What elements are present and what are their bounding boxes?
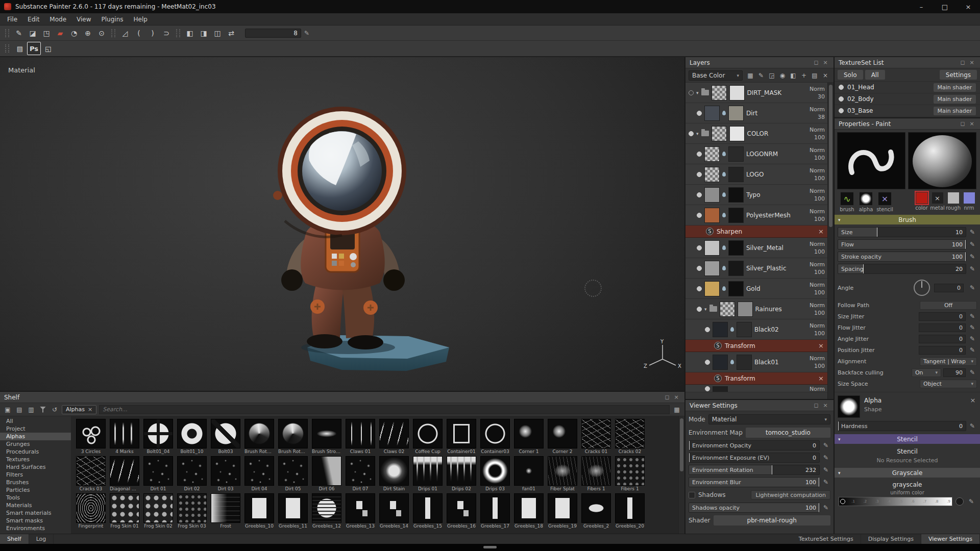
stencil-section-header[interactable]: ▾ Stencil (835, 434, 980, 444)
link-shelf-icon[interactable]: ▥ (27, 405, 36, 414)
shelf-item-drips-03[interactable]: Drips 03 (480, 456, 510, 491)
visibility-toggle[interactable] (697, 266, 702, 271)
edit-expression-icon[interactable]: ✎ (823, 479, 828, 486)
remove-effect-icon[interactable]: × (818, 228, 824, 235)
layer-row-logo[interactable]: LOGONorm100 (685, 164, 827, 185)
view-2d-icon[interactable]: ◨ (197, 27, 210, 39)
panel-close-icon[interactable]: × (672, 394, 680, 400)
shadows-checkbox[interactable] (689, 492, 695, 498)
edit-expression-icon[interactable]: ✎ (970, 241, 975, 248)
channel-color[interactable]: color (914, 192, 929, 211)
flow-jitter-field[interactable]: 0 (919, 323, 966, 332)
shelf-category-grunges[interactable]: Grunges (0, 440, 71, 448)
slider-row-environment-opacity[interactable]: Environment Opacity0✎ (689, 440, 830, 450)
expand-icon[interactable]: ▾ (696, 90, 699, 95)
shelf-category-materials[interactable]: Materials (0, 502, 71, 509)
slider-track[interactable]: Hardness0 (838, 421, 966, 431)
search-input[interactable] (99, 405, 670, 414)
shelf-item-frog-skin-01[interactable]: Frog Skin 01 (110, 493, 139, 529)
edit-expression-icon[interactable]: ✎ (969, 498, 974, 505)
panel-close-icon[interactable]: × (821, 59, 829, 66)
shelf-category-hard-surfaces[interactable]: Hard Surfaces (0, 463, 71, 471)
shelf-item-claws-01[interactable]: Claws 01 (346, 419, 375, 454)
shelf-item-brush-rotat[interactable]: Brush Rotat... (244, 419, 274, 454)
shelf-item-diagonal-dri[interactable]: Diagonal Dri... (110, 456, 139, 491)
shelf-item-dirt-04[interactable]: Dirt 04 (244, 456, 274, 491)
shelf-item-greebles-10[interactable]: Greebles_10 (244, 493, 274, 529)
layer-row-cut[interactable]: Norm (685, 385, 827, 392)
toolbar-drag-handle[interactable] (111, 29, 115, 37)
shelf-category-environments[interactable]: Environments (0, 524, 71, 532)
shelf-category-procedurals[interactable]: Procedurals (0, 448, 71, 456)
angle-value-field[interactable]: 0 (934, 284, 964, 292)
panel-menu-icon[interactable]: ◻ (959, 59, 967, 66)
channel-nrm[interactable]: nrm (961, 192, 977, 211)
menu-item-mode[interactable]: Mode (44, 16, 71, 23)
projection-tool-icon[interactable]: ◳ (40, 27, 53, 39)
symmetry-icon[interactable]: ⇄ (225, 27, 238, 39)
main-shader-button[interactable]: Main shader (934, 107, 976, 115)
alpha-slot[interactable]: alpha (856, 192, 875, 212)
edit-expression-icon[interactable]: ✎ (304, 30, 309, 37)
shelf-item-cracks-01[interactable]: Cracks 01 (581, 419, 611, 454)
shelf-item-dirt-03[interactable]: Dirt 03 (211, 456, 240, 491)
layer-effect-row[interactable]: SSharpen× (685, 226, 827, 238)
shelf-item-brush-rotat[interactable]: Brush Rotat... (278, 419, 308, 454)
brush-section-header[interactable]: ▾ Brush (835, 215, 980, 224)
edit-expression-icon[interactable]: ✎ (823, 504, 828, 511)
edit-expression-icon[interactable]: ✎ (970, 324, 975, 331)
shelf-item-brush-strok[interactable]: Brush Strok... (312, 419, 341, 454)
visibility-toggle[interactable] (697, 245, 702, 251)
shelf-category-textures[interactable]: Textures (0, 456, 71, 463)
textureset-visibility[interactable] (839, 96, 844, 102)
shelf-item-frog-skin-03[interactable]: Frog Skin 03 (177, 493, 207, 529)
layer-row-silver-plastic[interactable]: Silver_PlasticNorm100 (685, 258, 827, 279)
layer-row-typo[interactable]: TypoNorm100 (685, 185, 827, 205)
shelf-item-3-circles[interactable]: 3 Circles (76, 419, 106, 454)
fill-triangle-icon[interactable]: ◿ (118, 27, 132, 39)
shelf-item-coffee-cup[interactable]: Coffee Cup (413, 419, 443, 454)
shelf-item-greebles-20[interactable]: Greebles_20 (615, 493, 645, 529)
layer-row-black02[interactable]: Black02Norm100 (685, 319, 827, 340)
textureset-visibility[interactable] (839, 108, 844, 113)
slider-row-stroke-opacity[interactable]: Stroke opacity100✎ (838, 252, 977, 262)
shelf-item-claws-02[interactable]: Claws 02 (379, 419, 409, 454)
panel-tab-viewer-settings[interactable]: Viewer Settings (921, 534, 980, 544)
delete-layer-icon[interactable]: × (820, 70, 830, 81)
slider-row-environment-blur[interactable]: Environment Blur100✎ (689, 477, 830, 487)
add-fill-layer-icon[interactable]: ◧ (788, 70, 798, 81)
alpha-thumbnail[interactable] (838, 395, 860, 418)
layer-row-rainures[interactable]: ▾RainuresNorm100 (685, 299, 827, 319)
shelf-item-greebles-2[interactable]: Greebles_2 (581, 493, 611, 529)
slider-row-size[interactable]: Size10✎ (838, 227, 977, 237)
shelf-item-fibers-1[interactable]: Fibers 1 (615, 456, 645, 491)
material-sphere-preview[interactable] (908, 132, 976, 189)
gradient-handle[interactable] (840, 499, 845, 504)
clone-tool-icon[interactable]: ⊕ (81, 27, 94, 39)
shelf-category-all[interactable]: All (0, 417, 71, 425)
shelf-item-greebles-19[interactable]: Greebles_19 (548, 493, 577, 529)
shelf-category-tools[interactable]: Tools (0, 494, 71, 502)
panel-menu-icon[interactable]: ◻ (812, 402, 820, 409)
shelf-item-corner-1[interactable]: Corner 1 (514, 419, 544, 454)
slider-row-environment-exposure-ev[interactable]: Environment Exposure (EV)0✎ (689, 453, 830, 463)
slider-track[interactable]: Spacing20 (838, 264, 966, 274)
alpha-remove-icon[interactable]: × (969, 396, 977, 404)
menu-item-view[interactable]: View (71, 16, 96, 23)
shelf-item-cracks-03[interactable]: Cracks 03 (76, 456, 106, 491)
visibility-toggle[interactable] (697, 213, 702, 218)
layer-row-dirt[interactable]: DirtNorm38 (685, 103, 827, 123)
shelf-item-greebles-18[interactable]: Greebles_18 (514, 493, 544, 529)
visibility-toggle[interactable] (697, 307, 702, 312)
grid-display-icon[interactable]: ▦ (672, 405, 681, 414)
maximize-button[interactable]: □ (933, 0, 957, 13)
fill-uv-chunk-icon[interactable]: ⊃ (160, 27, 173, 39)
visibility-toggle[interactable] (705, 360, 710, 365)
toolbar-drag-handle[interactable] (176, 29, 180, 37)
panel-menu-icon[interactable]: ◻ (812, 59, 820, 66)
scrollbar-thumb[interactable] (829, 85, 832, 227)
add-effect-icon[interactable]: ◉ (777, 70, 788, 81)
edit-expression-icon[interactable]: ✎ (970, 422, 975, 430)
edit-expression-icon[interactable]: ✎ (970, 253, 975, 260)
panel-tab-textureset-settings[interactable]: TextureSet Settings (792, 534, 861, 544)
